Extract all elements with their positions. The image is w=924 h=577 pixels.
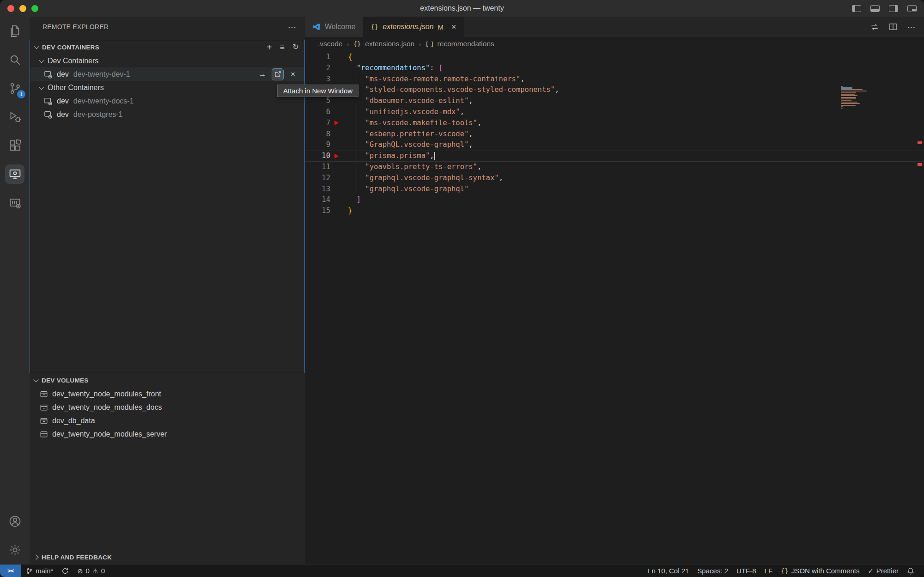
activity-item-remote-explorer[interactable] [0,160,30,188]
tree-group[interactable]: Other Containers [30,81,304,94]
breadcrumb-separator: › [346,40,349,48]
close-window-button[interactable] [7,5,14,12]
sync-changes-item[interactable] [57,565,73,577]
split-editor-icon[interactable] [888,22,898,31]
code-line[interactable]: 1{ [305,52,924,63]
attach-container-icon[interactable]: → [257,69,268,80]
search-icon [8,53,22,67]
dev-container-icon [44,110,52,119]
line-number: 7 [305,118,330,129]
code-line[interactable]: 13 "graphql.vscode-graphql" [305,184,924,195]
tab-welcome[interactable]: Welcome [305,17,363,37]
code-lines: 1{2 "recommendations": [3 "ms-vscode-rem… [305,52,924,217]
cursor-position-item[interactable]: Ln 10, Col 21 [644,565,693,577]
activity-item-extensions[interactable] [0,131,30,160]
container-item[interactable]: devdev-twenty-dev-1→× [30,67,304,81]
encoding-item[interactable]: UTF-8 [732,565,760,577]
line-number: 11 [305,162,330,173]
dev-container-icon [44,70,52,79]
dev-volumes-header[interactable]: DEV VOLUMES [30,373,305,387]
gutter-marker-icon [334,121,339,125]
volume-item[interactable]: dev_twenty_node_modules_docs [30,401,305,414]
code-text: "graphql.vscode-graphql" [348,184,468,195]
activity-item-settings[interactable] [0,535,30,564]
gutter [330,74,348,85]
code-line[interactable]: 8 "esbenp.prettier-vscode", [305,129,924,140]
braces-icon: {} [781,567,789,575]
formatter-item[interactable]: ✓ Prettier [863,565,903,577]
breadcrumb-item-file[interactable]: extensions.json [365,40,414,48]
code-line[interactable]: 2 "recommendations": [ [305,63,924,74]
minimap-line [841,86,843,87]
code-text: "recommendations": [ [348,63,443,74]
new-dev-container-icon[interactable]: + [267,43,272,52]
code-line[interactable]: 5 "dbaeumer.vscode-eslint", [305,96,924,107]
tab-extensions-json[interactable]: {} extensions.json M × [363,17,464,37]
code-line[interactable]: 6 "unifiedjs.vscode-mdx", [305,107,924,118]
remote-indicator[interactable]: >< [0,565,21,577]
volume-name: dev_twenty_node_modules_docs [52,403,162,412]
collapse-all-icon[interactable]: ≡ [280,43,285,51]
code-line[interactable]: 15} [305,206,924,217]
toggle-panel-icon[interactable] [870,5,880,12]
toggle-secondary-sidebar-icon[interactable] [889,5,898,12]
code-line[interactable]: 9 "GraphQL.vscode-graphql", [305,140,924,151]
gutter [330,118,348,129]
section-label: DEV VOLUMES [42,377,89,384]
volume-item[interactable]: dev_twenty_node_modules_front [30,387,305,401]
containers-icon [8,196,22,210]
minimize-window-button[interactable] [19,5,26,12]
breadcrumb-item-folder[interactable]: .vscode [318,40,342,48]
gutter [330,184,348,195]
dev-containers-tree: Dev Containersdevdev-twenty-dev-1→×Other… [30,54,304,121]
eol-item[interactable]: LF [760,565,777,577]
code-line[interactable]: 11 "yoavbls.pretty-ts-errors", [305,162,924,173]
activity-item-run-and-debug[interactable] [0,103,30,131]
customize-layout-icon[interactable] [907,5,917,12]
git-branch-item[interactable]: main* [21,565,57,577]
volume-item[interactable]: dev_db_data [30,414,305,427]
stop-container-icon[interactable]: × [287,69,298,80]
notifications-item[interactable] [903,565,918,577]
close-tab-icon[interactable]: × [451,22,456,32]
gutter [330,162,348,173]
code-line[interactable]: 3 "ms-vscode-remote.remote-containers", [305,74,924,85]
more-actions-icon[interactable]: ⋯ [907,22,916,32]
container-id: dev-postgres-1 [73,110,123,119]
activity-item-accounts[interactable] [0,507,30,535]
container-item[interactable]: devdev-twenty-docs-1 [30,94,304,108]
indentation-item[interactable]: Spaces: 2 [693,565,732,577]
activity-item-search[interactable] [0,45,30,74]
attach-new-window-icon[interactable] [272,69,283,80]
maximize-window-button[interactable] [31,5,38,12]
toggle-primary-sidebar-icon[interactable] [852,5,861,12]
code-line[interactable]: 12 "graphql.vscode-graphql-syntax", [305,173,924,184]
activity-item-source-control[interactable]: 1 [0,74,30,103]
line-number: 8 [305,129,330,140]
volume-item[interactable]: dev_twenty_node_modules_server [30,427,305,441]
container-item[interactable]: devdev-postgres-1 [30,108,304,121]
code-editor[interactable]: 1{2 "recommendations": [3 "ms-vscode-rem… [305,51,924,564]
code-line[interactable]: 10 "prisma.prisma", [305,151,924,162]
gutter [330,52,348,63]
tab-bar: Welcome {} extensions.json M × ⋯ [305,17,924,37]
problems-item[interactable]: ⊘ 0 ⚠ 0 [73,565,109,577]
activity-item-containers[interactable] [0,188,30,217]
open-changes-icon[interactable] [870,22,879,31]
dev-containers-header[interactable]: DEV CONTAINERS + ≡ ↻ [30,40,304,54]
tree-group-label: Other Containers [48,84,104,92]
tree-group[interactable]: Dev Containers [30,54,304,67]
minimap[interactable] [841,86,870,109]
breadcrumb-item-symbol[interactable]: recommendations [438,40,494,48]
more-actions-icon[interactable]: ⋯ [288,22,297,32]
code-line[interactable]: 14 ] [305,194,924,206]
language-mode-item[interactable]: {} JSON with Comments [777,565,863,577]
error-icon: ⊘ [77,567,83,575]
help-and-feedback-header[interactable]: HELP AND FEEDBACK [30,550,305,564]
line-number: 3 [305,74,330,85]
code-line[interactable]: 4 "styled-components.vscode-styled-compo… [305,85,924,96]
window-title: extensions.json — twenty [0,4,924,12]
code-line[interactable]: 7 "ms-vscode.makefile-tools", [305,118,924,129]
activity-item-explorer[interactable] [0,17,30,45]
refresh-icon[interactable]: ↻ [292,43,299,51]
